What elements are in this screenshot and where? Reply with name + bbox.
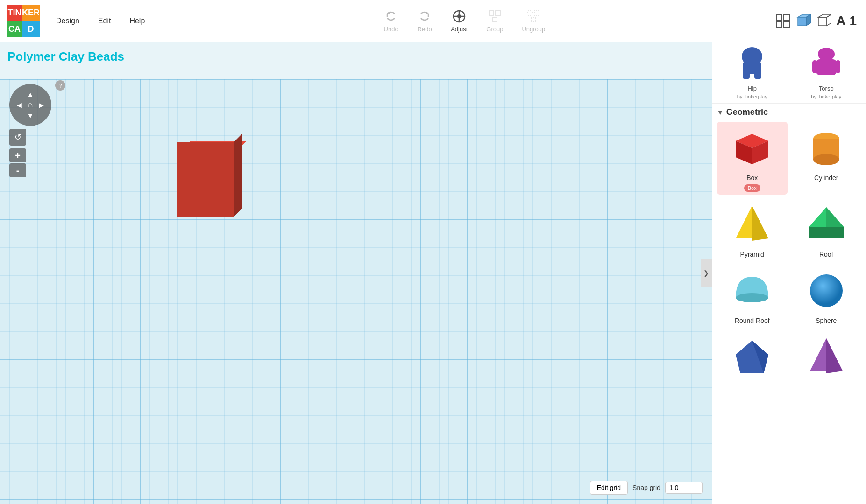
logo-d: D (22, 21, 40, 37)
torso-label: Torso (819, 85, 834, 92)
edit-grid-button[interactable]: Edit grid (590, 481, 628, 495)
hip-shape-item[interactable]: Hip by Tinkerplay (717, 46, 788, 99)
svg-point-40 (810, 274, 843, 307)
svg-rect-17 (818, 17, 827, 26)
ungroup-button[interactable]: Ungroup (517, 7, 550, 35)
svg-rect-9 (531, 17, 536, 22)
svg-point-33 (813, 154, 839, 165)
svg-point-3 (457, 14, 461, 18)
shape8-item[interactable] (791, 331, 862, 383)
box-label: Box (746, 174, 758, 182)
ungroup-icon (526, 9, 541, 24)
torso-shape-icon (805, 46, 847, 83)
svg-point-24 (818, 48, 835, 61)
nav-controls: ▲ ◀ ⌂ ▶ ▼ ? ↺ + - (9, 84, 51, 177)
box-badge: Box (744, 184, 760, 192)
bottom-controls: Edit grid Snap grid (590, 481, 703, 495)
account-letter[interactable]: A (836, 14, 845, 28)
round-roof-shape-item[interactable]: Round Roof (717, 265, 788, 327)
adjust-icon (452, 9, 467, 24)
hip-label: Hip (747, 85, 757, 92)
topbar: TIN KER CA D Design Edit Help Undo (0, 0, 866, 42)
shape7-item[interactable] (717, 331, 788, 383)
wireframe-icon[interactable] (816, 13, 832, 29)
torso-shape-item[interactable]: Torso by Tinkerplay (791, 46, 862, 99)
svg-rect-27 (836, 60, 840, 73)
nav-edit[interactable]: Edit (89, 13, 121, 29)
svg-rect-10 (776, 14, 782, 20)
zoom-in-button[interactable]: + (9, 148, 26, 162)
box-object[interactable] (177, 135, 238, 217)
tinkercad-logo[interactable]: TIN KER CA D (5, 2, 42, 40)
svg-rect-8 (534, 11, 539, 15)
redo-button[interactable]: Redo (412, 7, 437, 35)
svg-rect-22 (743, 70, 750, 79)
hip-sublabel: by Tinkerplay (737, 94, 767, 99)
zoom-controls: + - (9, 148, 51, 177)
svg-rect-23 (754, 70, 761, 79)
sphere-label: Sphere (816, 317, 837, 324)
geometric-collapse-arrow: ▼ (717, 109, 724, 116)
group-button[interactable]: Group (482, 7, 508, 35)
redo-icon (417, 9, 432, 24)
snap-grid-input[interactable] (665, 482, 703, 494)
toolbar-right: A 1 (774, 13, 857, 29)
roof-label: Roof (819, 251, 833, 258)
account-num[interactable]: 1 (849, 14, 857, 28)
rotate-button[interactable]: ↺ (9, 129, 26, 146)
group-icon (487, 9, 502, 24)
svg-rect-5 (496, 11, 500, 15)
undo-button[interactable]: Undo (379, 7, 403, 35)
box-shape-item[interactable]: Box Box (717, 122, 788, 195)
logo-tin: TIN (7, 5, 22, 21)
pan-control[interactable]: ▲ ◀ ⌂ ▶ ▼ (9, 84, 51, 126)
geometric-section: ▼ Geometric Box Box (712, 104, 866, 390)
main-area: Polymer Clay Beads ▲ ◀ ⌂ ▶ ▼ (0, 42, 866, 504)
geometric-shapes-grid: Box Box Cylinder (717, 122, 861, 383)
svg-marker-19 (827, 14, 831, 26)
pyramid-shape-icon (729, 201, 775, 248)
character-shapes-section: Hip by Tinkerplay Torso by Tinkerplay (712, 42, 866, 104)
pyramid-shape-item[interactable]: Pyramid (717, 198, 788, 261)
toolbar-center: Undo Redo Adjust (379, 7, 550, 35)
pan-left[interactable]: ◀ (14, 99, 25, 110)
canvas-area[interactable]: Polymer Clay Beads ▲ ◀ ⌂ ▶ ▼ (0, 42, 712, 504)
nav-help[interactable]: Help (120, 13, 154, 29)
logo-ker: KER (22, 5, 40, 21)
torso-sublabel: by Tinkerplay (811, 94, 841, 99)
svg-rect-26 (812, 60, 817, 73)
snap-grid-label: Snap grid (632, 484, 660, 491)
adjust-button[interactable]: Adjust (446, 7, 472, 35)
svg-rect-13 (784, 22, 789, 28)
svg-rect-14 (798, 17, 806, 26)
pan-home[interactable]: ⌂ (25, 99, 35, 110)
hip-shape-icon (731, 46, 773, 83)
project-title: Polymer Clay Beads (7, 49, 124, 64)
svg-marker-44 (826, 338, 843, 373)
geometric-label: Geometric (726, 107, 768, 117)
pan-up[interactable]: ▲ (25, 89, 35, 99)
roof-shape-icon (803, 201, 850, 248)
box-shape-icon (729, 125, 775, 171)
pan-right[interactable]: ▶ (36, 99, 47, 110)
workplane-grid (0, 79, 712, 504)
roof-shape-item[interactable]: Roof (791, 198, 862, 261)
grid-view-icon[interactable] (774, 13, 791, 29)
nav-design[interactable]: Design (47, 13, 89, 29)
svg-rect-7 (528, 11, 532, 15)
cylinder-shape-item[interactable]: Cylinder (791, 122, 862, 195)
help-button[interactable]: ? (55, 80, 65, 91)
svg-rect-4 (489, 11, 494, 15)
logo-ca: CA (7, 21, 22, 37)
svg-rect-11 (784, 14, 789, 20)
sphere-shape-item[interactable]: Sphere (791, 265, 862, 327)
pan-down[interactable]: ▼ (25, 111, 35, 121)
undo-icon (383, 9, 398, 24)
sidebar: Hip by Tinkerplay Torso by Tinkerplay (712, 42, 866, 504)
sidebar-collapse-arrow[interactable]: ❯ (701, 259, 712, 287)
3d-box-icon[interactable] (795, 13, 812, 29)
geometric-section-header[interactable]: ▼ Geometric (717, 107, 861, 117)
round-roof-label: Round Roof (735, 317, 770, 324)
svg-rect-25 (816, 59, 837, 75)
zoom-out-button[interactable]: - (9, 163, 26, 177)
